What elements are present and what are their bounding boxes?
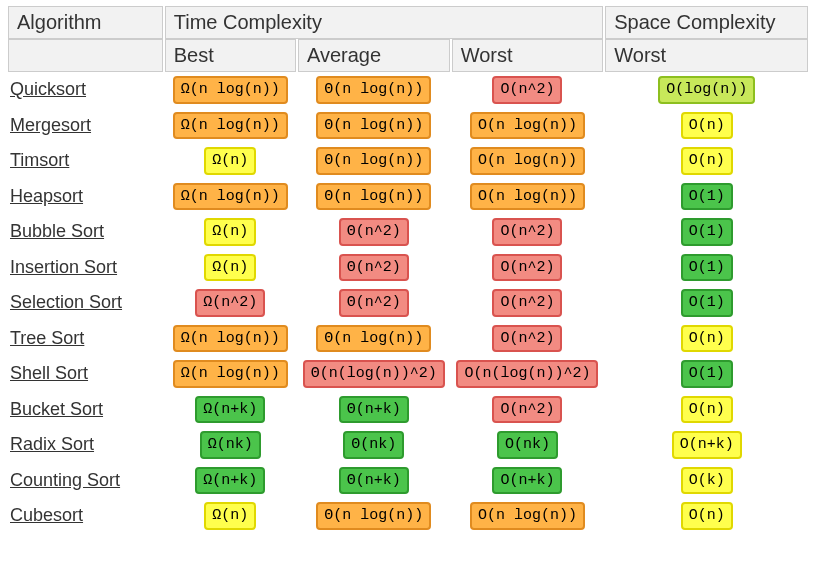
complexity-chip: Ω(n) [204, 147, 256, 175]
algorithm-link[interactable]: Insertion Sort [10, 257, 117, 277]
complexity-chip: Ω(n log(n)) [173, 325, 288, 353]
best-cell: Ω(nk) [165, 427, 296, 463]
space-cell: O(n) [605, 321, 808, 357]
algorithm-cell: Counting Sort [8, 463, 163, 499]
complexity-chip: Θ(n^2) [339, 289, 409, 317]
worst-cell: O(n^2) [452, 392, 604, 428]
table-row: Counting SortΩ(n+k)Θ(n+k)O(n+k)O(k) [8, 463, 808, 499]
avg-cell: Θ(n^2) [298, 285, 450, 321]
complexity-chip: Θ(n log(n)) [316, 325, 431, 353]
algorithm-link[interactable]: Timsort [10, 150, 69, 170]
complexity-chip: Θ(n log(n)) [316, 76, 431, 104]
space-cell: O(1) [605, 285, 808, 321]
avg-cell: Θ(n log(n)) [298, 321, 450, 357]
complexity-chip: O(nk) [497, 431, 558, 459]
complexity-chip: Ω(n log(n)) [173, 360, 288, 388]
algorithm-link[interactable]: Mergesort [10, 115, 91, 135]
avg-cell: Θ(n+k) [298, 392, 450, 428]
algorithm-cell: Heapsort [8, 179, 163, 215]
best-cell: Ω(n log(n)) [165, 179, 296, 215]
complexity-chip: O(1) [681, 360, 733, 388]
best-cell: Ω(n) [165, 250, 296, 286]
complexity-chip: O(n^2) [492, 289, 562, 317]
complexity-chip: Θ(n log(n)) [316, 147, 431, 175]
algorithm-cell: Timsort [8, 143, 163, 179]
table-row: Insertion SortΩ(n)Θ(n^2)O(n^2)O(1) [8, 250, 808, 286]
worst-cell: O(n^2) [452, 72, 604, 108]
avg-cell: Θ(n(log(n))^2) [298, 356, 450, 392]
table-row: TimsortΩ(n)Θ(n log(n))O(n log(n))O(n) [8, 143, 808, 179]
table-row: Tree SortΩ(n log(n))Θ(n log(n))O(n^2)O(n… [8, 321, 808, 357]
header-space-worst: Worst [605, 39, 808, 72]
best-cell: Ω(n) [165, 143, 296, 179]
avg-cell: Θ(n^2) [298, 250, 450, 286]
space-cell: O(n) [605, 392, 808, 428]
algorithm-link[interactable]: Cubesort [10, 505, 83, 525]
best-cell: Ω(n+k) [165, 463, 296, 499]
header-row-1: Algorithm Time Complexity Space Complexi… [8, 6, 808, 39]
table-row: Bucket SortΩ(n+k)Θ(n+k)O(n^2)O(n) [8, 392, 808, 428]
table-row: Shell SortΩ(n log(n))Θ(n(log(n))^2)O(n(l… [8, 356, 808, 392]
header-time: Time Complexity [165, 6, 604, 39]
complexity-chip: Ω(nk) [200, 431, 261, 459]
algorithm-cell: Quicksort [8, 72, 163, 108]
space-cell: O(1) [605, 250, 808, 286]
best-cell: Ω(n log(n)) [165, 108, 296, 144]
table-row: MergesortΩ(n log(n))Θ(n log(n))O(n log(n… [8, 108, 808, 144]
complexity-chip: O(n log(n)) [470, 147, 585, 175]
complexity-chip: O(n) [681, 325, 733, 353]
complexity-chip: Θ(n log(n)) [316, 112, 431, 140]
avg-cell: Θ(n+k) [298, 463, 450, 499]
header-algorithm: Algorithm [8, 6, 163, 39]
complexity-chip: O(1) [681, 183, 733, 211]
complexity-chip: Ω(n^2) [195, 289, 265, 317]
space-cell: O(log(n)) [605, 72, 808, 108]
worst-cell: O(n+k) [452, 463, 604, 499]
algorithm-link[interactable]: Tree Sort [10, 328, 84, 348]
space-cell: O(k) [605, 463, 808, 499]
best-cell: Ω(n log(n)) [165, 72, 296, 108]
complexity-table: Algorithm Time Complexity Space Complexi… [6, 6, 810, 534]
complexity-chip: Θ(n log(n)) [316, 183, 431, 211]
avg-cell: Θ(n log(n)) [298, 143, 450, 179]
avg-cell: Θ(n log(n)) [298, 179, 450, 215]
space-cell: O(1) [605, 179, 808, 215]
complexity-chip: Θ(nk) [343, 431, 404, 459]
algorithm-link[interactable]: Quicksort [10, 79, 86, 99]
algorithm-link[interactable]: Counting Sort [10, 470, 120, 490]
complexity-chip: O(n) [681, 396, 733, 424]
algorithm-link[interactable]: Radix Sort [10, 434, 94, 454]
worst-cell: O(nk) [452, 427, 604, 463]
table-row: Selection SortΩ(n^2)Θ(n^2)O(n^2)O(1) [8, 285, 808, 321]
header-row-2: Best Average Worst Worst [8, 39, 808, 72]
avg-cell: Θ(n log(n)) [298, 72, 450, 108]
complexity-chip: O(n^2) [492, 396, 562, 424]
header-best: Best [165, 39, 296, 72]
table-row: HeapsortΩ(n log(n))Θ(n log(n))O(n log(n)… [8, 179, 808, 215]
best-cell: Ω(n log(n)) [165, 356, 296, 392]
complexity-chip: O(n+k) [672, 431, 742, 459]
header-blank [8, 39, 163, 72]
avg-cell: Θ(n log(n)) [298, 498, 450, 534]
complexity-chip: Θ(n^2) [339, 218, 409, 246]
algorithm-cell: Insertion Sort [8, 250, 163, 286]
algorithm-cell: Cubesort [8, 498, 163, 534]
space-cell: O(1) [605, 356, 808, 392]
worst-cell: O(n(log(n))^2) [452, 356, 604, 392]
complexity-chip: Ω(n log(n)) [173, 183, 288, 211]
complexity-chip: O(n log(n)) [470, 183, 585, 211]
algorithm-cell: Tree Sort [8, 321, 163, 357]
algorithm-link[interactable]: Heapsort [10, 186, 83, 206]
avg-cell: Θ(nk) [298, 427, 450, 463]
complexity-chip: Ω(n log(n)) [173, 112, 288, 140]
avg-cell: Θ(n^2) [298, 214, 450, 250]
algorithm-link[interactable]: Bucket Sort [10, 399, 103, 419]
worst-cell: O(n log(n)) [452, 498, 604, 534]
algorithm-cell: Shell Sort [8, 356, 163, 392]
algorithm-link[interactable]: Bubble Sort [10, 221, 104, 241]
algorithm-cell: Radix Sort [8, 427, 163, 463]
complexity-chip: Θ(n+k) [339, 467, 409, 495]
algorithm-link[interactable]: Selection Sort [10, 292, 122, 312]
algorithm-link[interactable]: Shell Sort [10, 363, 88, 383]
complexity-chip: O(n^2) [492, 218, 562, 246]
